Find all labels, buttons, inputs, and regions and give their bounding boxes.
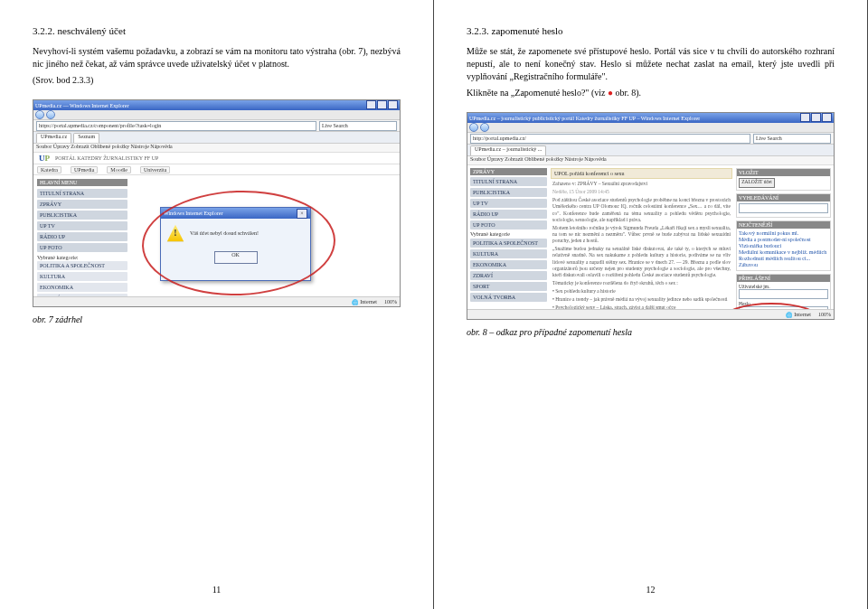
list-item[interactable]: RÁDIO UP: [470, 210, 547, 219]
ie-content: UP PORTÁL KATEDRY ŽURNALISTIKY FF UP Kat…: [33, 153, 400, 296]
list-item[interactable]: Rozhodnutí médiích realitou ci...: [739, 256, 828, 261]
forward-icon[interactable]: [46, 110, 55, 119]
ie-statusbar: 🌐 Internet 100%: [33, 296, 400, 306]
panel-search: VYHLEDÁVÁNÍ: [736, 193, 831, 218]
url-input[interactable]: https://portal.upmedia.cz/component/prof…: [36, 121, 316, 131]
panel-search-input[interactable]: [739, 203, 828, 213]
menu-sub-item[interactable]: KULTURA: [37, 272, 127, 281]
list-item[interactable]: EKONOMIKA: [470, 260, 547, 269]
list-item[interactable]: Média a postmoder-ní společnost: [739, 237, 828, 242]
article-title: UPOL pořádá konferenci o sexu: [551, 168, 732, 179]
ie-titlebar: UPmedia.cz — Windows Internet Explorer: [33, 100, 400, 110]
ie-window-title: UPmedia.cz – journalistický publicistick…: [469, 116, 700, 121]
list-item[interactable]: SPORT: [470, 282, 547, 291]
back-icon[interactable]: [35, 110, 44, 119]
article-bullet: • Sex pohledu kultury a historie: [551, 288, 732, 295]
menu-item[interactable]: ZPRÁVY: [37, 200, 127, 209]
tab-2[interactable]: Seznam: [73, 133, 99, 143]
menu-item[interactable]: PUBLICISTIKA: [37, 211, 127, 220]
status-zoom: 100%: [384, 299, 397, 304]
ie-nav-buttons[interactable]: [467, 123, 834, 133]
panel-login: PŘIHLÁŠENÍ Uživatelské jm. Heslo ☐ Pamat…: [736, 274, 831, 309]
menu-item[interactable]: TITULNÍ STRANA: [37, 189, 127, 198]
ie-tabs: UPmedia.cz – journalistický ...: [467, 145, 834, 156]
tab-1[interactable]: UPmedia.cz: [36, 133, 71, 143]
menu-sub-heading: Vybrané kategorie:: [37, 255, 127, 260]
warning-icon: [166, 224, 184, 242]
ie-menubar[interactable]: Soubor Úpravy Zobrazit Oblíbené položky …: [467, 156, 834, 165]
panel-vlozit: VLOŽIT ZALOŽIT účet: [736, 168, 831, 191]
list-item[interactable]: TITULNÍ STRANA: [470, 177, 547, 186]
menu-item[interactable]: UP FOTO: [37, 243, 127, 252]
ie-content: ZPRÁVY TITULNÍ STRANA PUBLICISTIKA UP TV…: [467, 165, 834, 309]
menu-item[interactable]: RÁDIO UP: [37, 232, 127, 241]
password-input[interactable]: [739, 306, 828, 309]
menu-heading: HLAVNÍ MENU: [37, 179, 127, 186]
forward-icon[interactable]: [480, 123, 489, 132]
right-column: VLOŽIT ZALOŽIT účet VYHLEDÁVÁNÍ NEJČTENĚ…: [736, 168, 831, 309]
list-item[interactable]: KULTURA: [470, 249, 547, 258]
ok-button[interactable]: OK: [214, 251, 258, 264]
list-item[interactable]: UP TV: [470, 199, 547, 208]
list-item[interactable]: Takový normální pokus ml.: [739, 230, 828, 236]
tab-1[interactable]: UPmedia.cz – journalistický ...: [470, 145, 546, 155]
create-account-button[interactable]: ZALOŽIT účet: [739, 178, 775, 188]
article-bullet: • Psychologický sexy – Láska, strach, zá…: [551, 304, 732, 309]
ie-address-bar: http://portal.upmedia.cz/ Live Search: [467, 133, 834, 145]
section-title-right: 3.2.3. zapomenuté heslo: [467, 25, 835, 36]
close-icon[interactable]: ×: [297, 209, 307, 219]
figure-right: UPmedia.cz – journalistický publicistick…: [467, 112, 835, 320]
page-left: 3.2.2. neschválený účet Nevyhoví-li syst…: [0, 0, 434, 609]
menu-sub-item[interactable]: POLITIKA A SPOLEČNOST: [37, 261, 127, 270]
window-buttons[interactable]: [365, 100, 398, 110]
list-item[interactable]: ZDRAVÍ: [470, 271, 547, 280]
search-input[interactable]: Live Search: [319, 121, 397, 131]
menu-sub-item[interactable]: ZDRAVÍ: [37, 294, 127, 296]
para-right-2: Klikněte na „Zapomenuté heslo?" (viz ● o…: [467, 87, 835, 99]
ie-address-bar: https://portal.upmedia.cz/component/prof…: [33, 120, 400, 132]
list-subhead: Vybrané kategorie: [470, 231, 547, 237]
list-item[interactable]: PUBLICISTIKA: [470, 188, 547, 197]
article-column: UPOL pořádá konferenci o sexu Zařazeno v…: [551, 168, 732, 309]
zone-icon: 🌐: [786, 312, 792, 318]
list-item[interactable]: Zábavou: [739, 262, 828, 267]
section-title-left: 3.2.2. neschválený účet: [33, 25, 401, 36]
username-input[interactable]: [739, 289, 828, 299]
dialog-titlebar: Windows Internet Explorer ×: [161, 208, 310, 219]
list-item[interactable]: Mediální komunikace v nejbliž. médiích: [739, 249, 828, 255]
page-number-left: 11: [0, 585, 433, 595]
para-right-1: Může se stát, že zapomenete své přístupo…: [467, 45, 835, 83]
back-icon[interactable]: [469, 123, 478, 132]
article-body: Mottem letošního ročníku je výrok Sigmun…: [551, 225, 732, 244]
ie-statusbar: 🌐 Internet 100%: [467, 309, 834, 319]
article-body: „Snažíme budou jednaky na sexuálně liské…: [551, 246, 732, 278]
list-item[interactable]: Vizionářka budoucí: [739, 243, 828, 248]
list-item[interactable]: UP FOTO: [470, 220, 547, 230]
ie-tabs: UPmedia.cz Seznam: [33, 132, 400, 144]
ie-titlebar: UPmedia.cz – journalistický publicistick…: [467, 113, 834, 123]
zone-icon: 🌐: [352, 299, 358, 305]
logo: UP: [39, 154, 50, 163]
menu-sub-item[interactable]: EKONOMIKA: [37, 283, 127, 292]
dialog-message: Váš účet nebyl dosud schválen!: [190, 230, 259, 236]
page-right: 3.2.3. zapomenuté heslo Může se stát, že…: [434, 0, 868, 609]
left-column: ZPRÁVY TITULNÍ STRANA PUBLICISTIKA UP TV…: [470, 168, 547, 309]
search-input[interactable]: Live Search: [753, 134, 831, 144]
error-dialog: Windows Internet Explorer × Váš účet neb…: [160, 207, 311, 281]
status-zoom: 100%: [818, 312, 831, 317]
menu-item[interactable]: UP TV: [37, 221, 127, 230]
window-buttons[interactable]: [799, 113, 832, 123]
portal-header: UP PORTÁL KATEDRY ŽURNALISTIKY FF UP: [33, 153, 400, 164]
ie-menubar[interactable]: Soubor Úpravy Zobrazit Oblíbené položky …: [33, 144, 400, 153]
url-input[interactable]: http://portal.upmedia.cz/: [470, 134, 750, 144]
page-number-right: 12: [434, 585, 867, 595]
list-item[interactable]: VOLNÁ TVORBA: [470, 293, 547, 302]
figure-caption-right: obr. 8 – odkaz pro případné zapomenutí h…: [467, 327, 835, 337]
portal-nav[interactable]: Katedra UPmedia Moodle Univerzita: [33, 164, 400, 175]
ie-nav-buttons[interactable]: [33, 110, 400, 120]
para-left-2: (Srov. bod 2.3.3): [33, 74, 401, 87]
article-body: Tématicky je konference rozdělena do čty…: [551, 280, 732, 286]
article-bullet: • Hranice a trendy – jak právně médiá na…: [551, 296, 732, 303]
list-item[interactable]: POLITIKA A SPOLEČNOST: [470, 239, 547, 248]
panel-most-read: NEJČTENĚJŠÍ Takový normální pokus ml. Mé…: [736, 220, 831, 271]
